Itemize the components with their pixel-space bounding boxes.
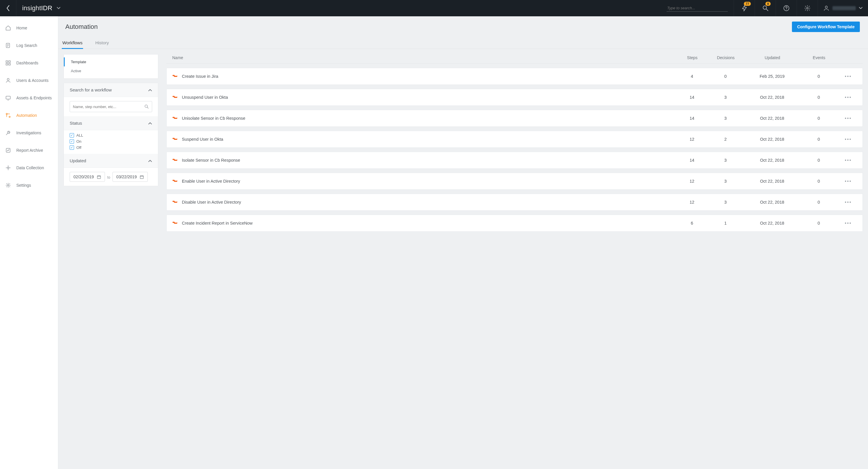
user-menu[interactable] [817,0,868,16]
filter-updated-title: Updated [70,158,86,163]
table-row[interactable]: Disable User in Active Directory123Oct 2… [166,194,863,211]
chevron-down-icon [859,7,863,10]
kebab-icon [845,138,851,140]
activity-button[interactable]: 8 [755,0,776,16]
automation-icon [5,112,11,118]
endpoints-icon [5,95,11,101]
sidebar-item-automation[interactable]: Automation [0,107,58,124]
help-button[interactable] [776,0,797,16]
table-row[interactable]: Unsuspend User in Okta143Oct 22, 20180 [166,89,863,106]
global-search[interactable] [666,5,728,12]
sidebar-item-dashboards[interactable]: Dashboards [0,54,58,72]
row-actions-button[interactable] [839,118,857,119]
row-actions-button[interactable] [839,201,857,203]
workflow-icon [173,179,178,183]
table-row[interactable]: Suspend User in Okta122Oct 22, 20180 [166,131,863,148]
sidebar-item-label: Users & Accounts [16,78,49,83]
svg-point-0 [763,6,767,9]
row-name: Unsuspend User in Okta [182,95,228,100]
filter-search-header[interactable]: Search for a workflow [64,83,158,97]
subnav-active[interactable]: Active [64,66,158,75]
row-actions-button[interactable] [839,159,857,161]
report-archive-icon [5,147,11,153]
sidebar-item-assets-endpoints[interactable]: Assets & Endpoints [0,89,58,107]
filter-status-header[interactable]: Status [64,116,158,130]
checkbox-icon[interactable] [70,139,74,144]
filter-search-title: Search for a workflow [70,88,112,92]
checkbox-icon[interactable] [70,145,74,150]
row-decisions: 0 [708,74,743,79]
notifications-button[interactable]: 77 [734,0,755,16]
table-row[interactable]: Unisolate Sensor in Cb Response143Oct 22… [166,110,863,127]
status-option-on[interactable]: On [70,139,152,144]
svg-point-44 [850,223,851,224]
filter-updated-header[interactable]: Updated [64,154,158,168]
home-icon [5,25,11,31]
table-row[interactable]: Create Incident Report in ServiceNow61Oc… [166,215,863,232]
configure-workflow-template-button[interactable]: Configure Workflow Template [792,22,860,32]
workflow-icon [173,200,178,204]
sidebar-item-users-accounts[interactable]: Users & Accounts [0,72,58,89]
tab-history[interactable]: History [95,40,110,48]
svg-point-25 [847,97,848,98]
svg-point-2 [786,9,787,10]
svg-point-38 [850,180,851,182]
row-updated: Oct 22, 2018 [746,116,798,121]
svg-rect-19 [97,176,100,178]
col-updated: Updated [746,55,799,60]
sidebar-item-investigations[interactable]: Investigations [0,124,58,141]
kebab-icon [845,96,851,98]
row-actions-button[interactable] [839,138,857,140]
subnav-template[interactable]: Template [64,57,158,66]
row-updated: Oct 22, 2018 [746,179,798,183]
row-actions-button[interactable] [839,96,857,98]
date-to-input[interactable]: 03/22/2019 [113,172,148,182]
row-name: Suspend User in Okta [182,137,223,141]
row-steps: 14 [679,158,705,163]
sidebar-item-report-archive[interactable]: Report Archive [0,141,58,159]
row-steps: 4 [679,74,705,79]
svg-point-34 [847,160,848,161]
row-events: 0 [801,158,836,163]
tab-workflows[interactable]: Workflows [62,40,83,49]
sidebar-item-label: Report Archive [16,148,43,153]
table-row[interactable]: Isolate Sensor in Cb Response143Oct 22, … [166,152,863,169]
col-name: Name [172,55,676,60]
status-option-all[interactable]: ALL [70,133,152,137]
row-steps: 12 [679,179,705,183]
sidebar-item-home[interactable]: Home [0,19,58,37]
row-actions-button[interactable] [839,222,857,224]
sidebar-item-label: Log Search [16,43,37,48]
status-option-off[interactable]: Off [70,145,152,150]
row-actions-button[interactable] [839,75,857,77]
table-row[interactable]: Enable User in Active Directory123Oct 22… [166,173,863,190]
calendar-icon [140,175,144,179]
table-row[interactable]: Create Issue in Jira40Feb 25, 20190 [166,68,863,85]
workflow-search-field[interactable] [70,101,152,112]
global-search-input[interactable] [666,5,728,12]
product-caret[interactable] [57,7,61,10]
sidebar-item-data-collection[interactable]: Data Collection [0,159,58,176]
row-events: 0 [801,137,836,141]
settings-button[interactable] [797,0,817,16]
sidebar-item-settings[interactable]: Settings [0,176,58,194]
row-name: Unisolate Sensor in Cb Response [182,116,245,121]
svg-point-33 [845,160,846,161]
product-switcher[interactable]: insightIDR [16,0,66,16]
back-button[interactable] [0,0,16,16]
checkbox-icon[interactable] [70,133,74,137]
svg-rect-7 [9,61,10,63]
workflow-search-input[interactable] [73,105,144,109]
date-from-input[interactable]: 02/20/2019 [70,172,105,182]
svg-point-18 [145,105,148,107]
row-actions-button[interactable] [839,180,857,182]
row-name: Isolate Sensor in Cb Response [182,158,240,163]
kebab-icon [845,159,851,161]
svg-point-26 [850,97,851,98]
row-events: 0 [801,95,836,100]
brand-bold: IDR [41,4,53,12]
sidebar-item-log-search[interactable]: Log Search [0,37,58,54]
workflow-icon [173,137,178,141]
svg-point-36 [845,180,846,182]
svg-point-24 [845,97,846,98]
